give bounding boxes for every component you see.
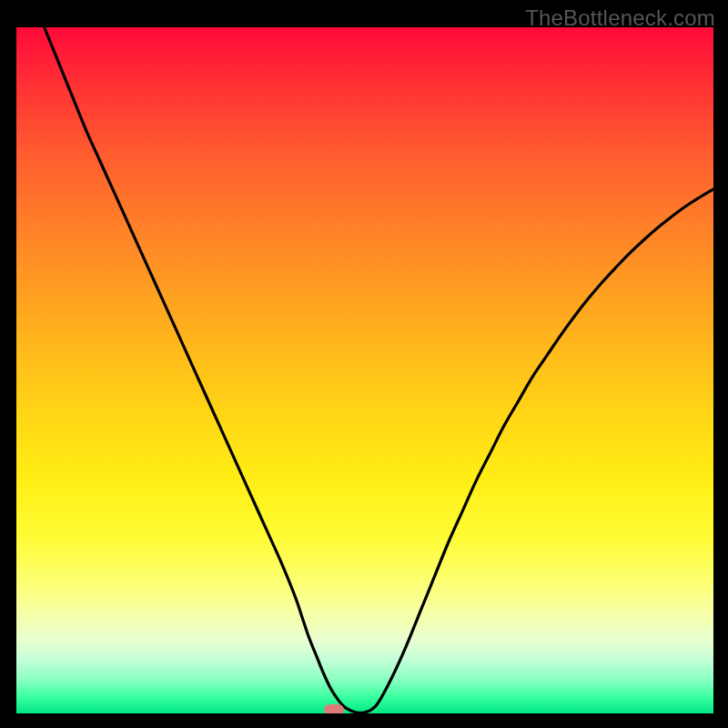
bottleneck-curve — [16, 27, 713, 713]
chart-frame: TheBottleneck.com — [0, 0, 728, 728]
plot-area — [16, 27, 713, 713]
watermark-text: TheBottleneck.com — [525, 5, 715, 31]
selected-point-marker — [324, 704, 344, 713]
